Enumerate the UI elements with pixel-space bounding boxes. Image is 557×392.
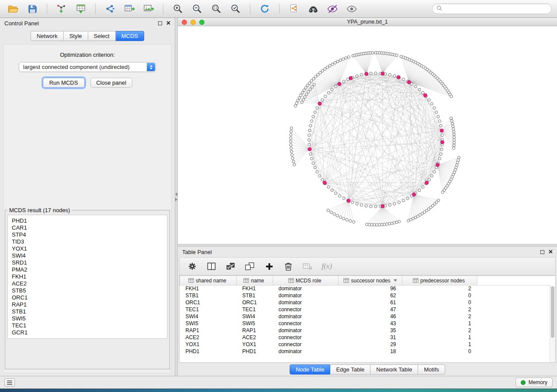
close-panel-icon[interactable]: × [166, 21, 170, 26]
function-builder-icon[interactable]: f(x) [320, 260, 333, 273]
table-row[interactable]: TEC1TEC1connector472 [180, 306, 556, 313]
float-panel-icon[interactable] [158, 21, 162, 25]
show-columns-icon[interactable] [205, 260, 218, 273]
control-panel-title: Control Panel [4, 20, 39, 27]
zoom-fit-icon[interactable] [208, 2, 224, 15]
share-document-icon[interactable] [286, 2, 302, 15]
save-session-icon[interactable] [24, 2, 40, 15]
node-table: shared namenameMCDS rolesuccessor nodesp… [179, 275, 556, 363]
table-tab-motifs[interactable]: Motifs [418, 364, 445, 375]
find-icon[interactable] [305, 2, 321, 15]
mcds-result-item[interactable]: SWI4 [12, 252, 163, 259]
tab-style[interactable]: Style [64, 31, 88, 41]
close-table-panel-icon[interactable]: × [549, 249, 553, 254]
cell-MCDS-role: dominator [273, 348, 339, 355]
table-row[interactable]: RAP1RAP1dominator352 [180, 327, 556, 334]
collapse-left-icon[interactable] [175, 193, 177, 196]
mcds-result-item[interactable]: GCR1 [12, 329, 163, 336]
table-toolbar: f(x) [179, 257, 556, 275]
mcds-result-item[interactable]: STB1 [12, 308, 163, 315]
float-table-panel-icon[interactable] [540, 250, 544, 254]
mcds-result-item[interactable]: ACE2 [12, 280, 163, 287]
network-view[interactable] [178, 26, 557, 244]
cell-filler [477, 306, 556, 313]
import-network-icon[interactable] [54, 2, 69, 15]
table-row[interactable]: STB1STB1dominator620 [180, 292, 556, 299]
mcds-result-item[interactable]: TID3 [12, 238, 163, 245]
zoom-in-icon[interactable] [170, 2, 186, 15]
cell-MCDS-role: dominator [273, 299, 339, 306]
memory-button[interactable]: Memory [515, 378, 553, 387]
control-panel-tabs: NetworkStyleSelectMCDS [0, 28, 175, 43]
mcds-result-item[interactable]: CAR1 [12, 224, 163, 231]
table-scrollbar[interactable] [550, 285, 555, 362]
cell-MCDS-role: dominator [273, 327, 339, 334]
table-row[interactable]: SWI4SWI4dominator462 [180, 313, 556, 320]
menu-icon[interactable] [4, 378, 15, 387]
column-header-successor-nodes[interactable]: successor nodes [339, 276, 402, 285]
table-scrollbar-thumb[interactable] [551, 286, 554, 338]
tab-mcds[interactable]: MCDS [116, 31, 144, 41]
show-hide-icon[interactable] [344, 2, 360, 15]
table-row[interactable]: ORC1ORC1dominator610 [180, 299, 556, 306]
mcds-result-item[interactable]: FKH1 [12, 273, 163, 280]
collapse-right-icon[interactable] [175, 198, 177, 201]
mcds-result-item[interactable]: YOX1 [12, 245, 163, 252]
delete-row-icon[interactable] [282, 260, 295, 273]
mcds-result-item[interactable]: ORC1 [12, 294, 163, 301]
table-tab-node-table[interactable]: Node Table [290, 364, 331, 375]
table-row[interactable]: FKH1FKH1dominator962 [180, 285, 556, 292]
table-row[interactable]: ACE2ACE2connector311 [180, 334, 556, 341]
toolbar-icons [5, 2, 360, 15]
run-mcds-button[interactable]: Run MCDS [43, 78, 85, 88]
search-box[interactable] [432, 3, 552, 14]
deselect-all-rows-icon[interactable] [243, 260, 256, 273]
criterion-select[interactable]: largest connected component (undirected) [19, 62, 156, 72]
column-settings-icon[interactable] [186, 260, 199, 273]
mcds-result-item[interactable]: RAP1 [12, 301, 163, 308]
zoom-out-icon[interactable] [189, 2, 205, 15]
mcds-result-item[interactable]: TEC1 [12, 322, 163, 329]
table-tab-edge-table[interactable]: Edge Table [330, 364, 370, 375]
mcds-result-item[interactable]: STB5 [12, 287, 163, 294]
export-table-icon[interactable] [121, 2, 137, 15]
column-header-name[interactable]: name [237, 276, 273, 285]
cell-predecessor-nodes: 1 [402, 341, 477, 348]
mcds-result-item[interactable]: SWI5 [12, 315, 163, 322]
vertical-splitter[interactable] [175, 18, 178, 376]
search-input[interactable] [445, 6, 547, 12]
vizmapper-icon[interactable] [325, 2, 340, 15]
tab-select[interactable]: Select [88, 31, 116, 41]
clear-table-icon[interactable] [301, 260, 314, 273]
open-file-icon[interactable] [5, 2, 21, 15]
close-mcds-panel-button[interactable]: Close panel [90, 78, 132, 88]
select-all-rows-icon[interactable] [224, 260, 237, 273]
mcds-result-item[interactable]: PMA2 [12, 266, 163, 273]
refresh-icon[interactable] [257, 2, 273, 15]
window-minimize-button[interactable] [190, 20, 196, 25]
cell-predecessor-nodes: 0 [402, 348, 477, 355]
column-header-predecessor-nodes[interactable]: predecessor nodes [402, 276, 477, 285]
column-header-shared-name[interactable]: shared name [180, 276, 237, 285]
network-window-titlebar[interactable]: YPA_prune.txt_1 [178, 18, 557, 26]
import-table-icon[interactable] [73, 2, 89, 15]
export-network-icon[interactable] [102, 2, 118, 15]
network-window-title: YPA_prune.txt_1 [347, 19, 388, 25]
window-zoom-button[interactable] [199, 20, 204, 25]
mcds-result-item[interactable]: SRD1 [12, 259, 163, 266]
table-row[interactable]: YOX1YOX1connector291 [180, 341, 556, 348]
mcds-result-item[interactable]: STP4 [12, 231, 163, 238]
mcds-result-item[interactable]: PHD1 [12, 217, 163, 224]
zoom-selected-icon[interactable] [228, 2, 243, 15]
cell-predecessor-nodes: 0 [402, 292, 477, 299]
add-row-icon[interactable] [263, 260, 276, 273]
table-panel-header: Table Panel × [178, 247, 557, 257]
window-close-button[interactable] [182, 20, 187, 25]
table-row[interactable]: SWI5SWI5connector431 [180, 320, 556, 327]
export-image-icon[interactable] [141, 2, 156, 15]
mcds-result-list[interactable]: PHD1CAR1STP4TID3YOX1SWI4SRD1PMA2FKH1ACE2… [7, 215, 167, 339]
column-header-MCDS-role[interactable]: MCDS role [273, 276, 339, 285]
tab-network[interactable]: Network [31, 31, 64, 41]
table-tab-network-table[interactable]: Network Table [370, 364, 418, 375]
table-row[interactable]: PHD1PHD1dominator180 [180, 348, 556, 355]
